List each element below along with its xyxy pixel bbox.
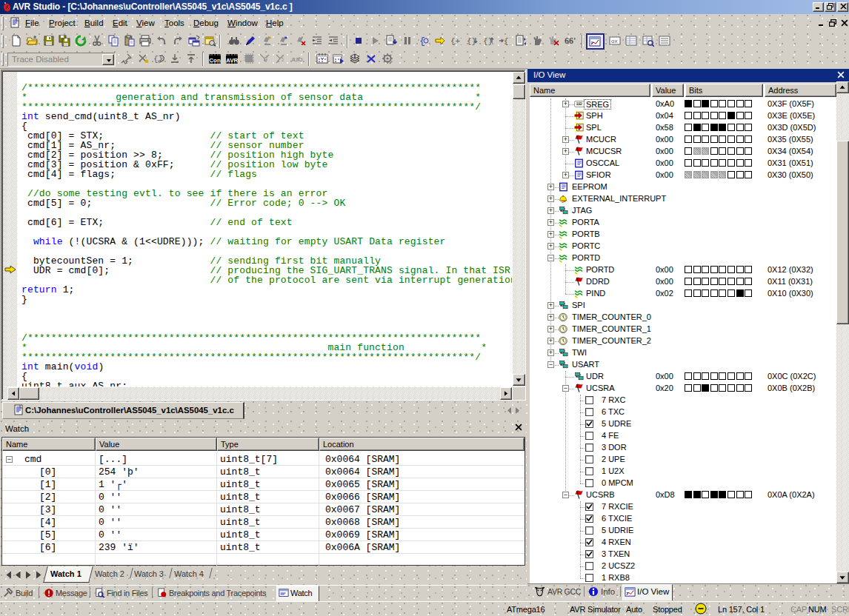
svg-text:AUTO: AUTO bbox=[291, 56, 303, 63]
svg-text:{}: {} bbox=[153, 55, 163, 64]
svg-text:2: 2 bbox=[282, 58, 284, 62]
svg-text:ox: ox bbox=[611, 38, 617, 44]
svg-text:110: 110 bbox=[576, 101, 582, 107]
svg-text:66': 66' bbox=[565, 36, 576, 46]
svg-text:{+}: {+} bbox=[450, 37, 462, 46]
svg-text:{: { bbox=[419, 36, 425, 47]
svg-text:{): {) bbox=[504, 37, 510, 46]
